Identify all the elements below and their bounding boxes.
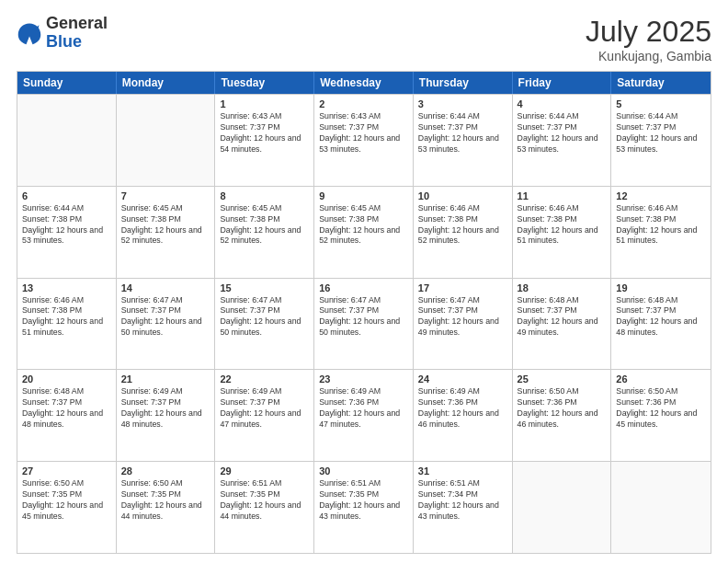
day-header-friday: Friday	[513, 72, 612, 94]
day-header-sunday: Sunday	[17, 72, 117, 94]
calendar-day-25: 25Sunrise: 6:50 AM Sunset: 7:36 PM Dayli…	[513, 370, 612, 461]
calendar-header: SundayMondayTuesdayWednesdayThursdayFrid…	[17, 72, 711, 94]
day-header-tuesday: Tuesday	[215, 72, 314, 94]
day-number: 7	[121, 190, 210, 201]
cell-sun-info: Sunrise: 6:51 AM Sunset: 7:34 PM Dayligh…	[418, 478, 507, 523]
day-header-saturday: Saturday	[611, 72, 711, 94]
calendar-day-20: 20Sunrise: 6:48 AM Sunset: 7:37 PM Dayli…	[17, 370, 117, 461]
day-number: 24	[418, 373, 507, 385]
cell-sun-info: Sunrise: 6:51 AM Sunset: 7:35 PM Dayligh…	[319, 478, 408, 523]
day-number: 29	[220, 465, 309, 477]
day-number: 12	[616, 190, 706, 201]
calendar-day-31: 31Sunrise: 6:51 AM Sunset: 7:34 PM Dayli…	[414, 462, 513, 553]
logo-icon	[17, 20, 42, 46]
day-number: 23	[319, 373, 408, 385]
day-number: 5	[616, 98, 706, 109]
calendar-empty-cell	[117, 95, 216, 186]
day-number: 2	[319, 98, 408, 109]
calendar-week-4: 20Sunrise: 6:48 AM Sunset: 7:37 PM Dayli…	[17, 369, 711, 461]
calendar-day-18: 18Sunrise: 6:48 AM Sunset: 7:37 PM Dayli…	[513, 279, 612, 370]
day-number: 18	[518, 282, 607, 293]
location: Kunkujang, Gambia	[586, 49, 711, 63]
day-number: 16	[319, 282, 408, 293]
calendar-day-15: 15Sunrise: 6:47 AM Sunset: 7:37 PM Dayli…	[215, 279, 314, 370]
day-number: 13	[22, 282, 111, 293]
calendar-day-28: 28Sunrise: 6:50 AM Sunset: 7:35 PM Dayli…	[117, 462, 216, 553]
cell-sun-info: Sunrise: 6:46 AM Sunset: 7:38 PM Dayligh…	[418, 203, 507, 247]
calendar-day-23: 23Sunrise: 6:49 AM Sunset: 7:36 PM Dayli…	[314, 370, 414, 461]
cell-sun-info: Sunrise: 6:46 AM Sunset: 7:38 PM Dayligh…	[22, 295, 111, 339]
day-number: 1	[220, 98, 309, 109]
cell-sun-info: Sunrise: 6:46 AM Sunset: 7:38 PM Dayligh…	[616, 203, 706, 247]
cell-sun-info: Sunrise: 6:46 AM Sunset: 7:38 PM Dayligh…	[518, 203, 607, 247]
calendar-day-17: 17Sunrise: 6:47 AM Sunset: 7:37 PM Dayli…	[414, 279, 513, 370]
day-number: 21	[121, 373, 210, 385]
cell-sun-info: Sunrise: 6:47 AM Sunset: 7:37 PM Dayligh…	[220, 295, 309, 339]
cell-sun-info: Sunrise: 6:45 AM Sunset: 7:38 PM Dayligh…	[220, 203, 309, 247]
calendar-day-8: 8Sunrise: 6:45 AM Sunset: 7:38 PM Daylig…	[215, 187, 314, 278]
calendar-day-10: 10Sunrise: 6:46 AM Sunset: 7:38 PM Dayli…	[414, 187, 513, 278]
day-number: 30	[319, 465, 408, 477]
cell-sun-info: Sunrise: 6:47 AM Sunset: 7:37 PM Dayligh…	[418, 295, 507, 339]
logo-text: General Blue	[46, 15, 108, 52]
calendar-day-9: 9Sunrise: 6:45 AM Sunset: 7:38 PM Daylig…	[314, 187, 414, 278]
day-number: 14	[121, 282, 210, 293]
calendar-day-29: 29Sunrise: 6:51 AM Sunset: 7:35 PM Dayli…	[215, 462, 314, 553]
cell-sun-info: Sunrise: 6:45 AM Sunset: 7:38 PM Dayligh…	[121, 203, 210, 247]
cell-sun-info: Sunrise: 6:44 AM Sunset: 7:37 PM Dayligh…	[616, 111, 706, 155]
cell-sun-info: Sunrise: 6:50 AM Sunset: 7:36 PM Dayligh…	[518, 386, 607, 431]
header: General Blue July 2025 Kunkujang, Gambia	[17, 15, 711, 63]
calendar: SundayMondayTuesdayWednesdayThursdayFrid…	[17, 71, 711, 554]
calendar-day-27: 27Sunrise: 6:50 AM Sunset: 7:35 PM Dayli…	[17, 462, 117, 553]
day-number: 3	[418, 98, 507, 109]
calendar-day-12: 12Sunrise: 6:46 AM Sunset: 7:38 PM Dayli…	[611, 187, 711, 278]
calendar-day-24: 24Sunrise: 6:49 AM Sunset: 7:36 PM Dayli…	[414, 370, 513, 461]
cell-sun-info: Sunrise: 6:48 AM Sunset: 7:37 PM Dayligh…	[616, 295, 706, 339]
cell-sun-info: Sunrise: 6:45 AM Sunset: 7:38 PM Dayligh…	[319, 203, 408, 247]
day-number: 27	[22, 465, 111, 477]
day-header-monday: Monday	[117, 72, 216, 94]
cell-sun-info: Sunrise: 6:47 AM Sunset: 7:37 PM Dayligh…	[319, 295, 408, 339]
calendar-week-5: 27Sunrise: 6:50 AM Sunset: 7:35 PM Dayli…	[17, 461, 711, 553]
calendar-day-16: 16Sunrise: 6:47 AM Sunset: 7:37 PM Dayli…	[314, 279, 414, 370]
calendar-day-19: 19Sunrise: 6:48 AM Sunset: 7:37 PM Dayli…	[611, 279, 711, 370]
cell-sun-info: Sunrise: 6:43 AM Sunset: 7:37 PM Dayligh…	[220, 111, 309, 155]
cell-sun-info: Sunrise: 6:50 AM Sunset: 7:35 PM Dayligh…	[22, 478, 111, 523]
calendar-week-1: 1Sunrise: 6:43 AM Sunset: 7:37 PM Daylig…	[17, 94, 711, 186]
calendar-empty-cell	[611, 462, 711, 553]
day-number: 15	[220, 282, 309, 293]
calendar-day-4: 4Sunrise: 6:44 AM Sunset: 7:37 PM Daylig…	[513, 95, 612, 186]
day-number: 20	[22, 373, 111, 385]
cell-sun-info: Sunrise: 6:47 AM Sunset: 7:37 PM Dayligh…	[121, 295, 210, 339]
cell-sun-info: Sunrise: 6:49 AM Sunset: 7:37 PM Dayligh…	[220, 386, 309, 431]
calendar-day-2: 2Sunrise: 6:43 AM Sunset: 7:37 PM Daylig…	[314, 95, 414, 186]
logo: General Blue	[17, 15, 108, 52]
day-number: 22	[220, 373, 309, 385]
cell-sun-info: Sunrise: 6:48 AM Sunset: 7:37 PM Dayligh…	[22, 386, 111, 431]
cell-sun-info: Sunrise: 6:50 AM Sunset: 7:36 PM Dayligh…	[616, 386, 706, 431]
calendar-day-21: 21Sunrise: 6:49 AM Sunset: 7:37 PM Dayli…	[117, 370, 216, 461]
page: General Blue July 2025 Kunkujang, Gambia…	[0, 0, 728, 563]
day-number: 19	[616, 282, 706, 293]
day-number: 26	[616, 373, 706, 385]
calendar-day-22: 22Sunrise: 6:49 AM Sunset: 7:37 PM Dayli…	[215, 370, 314, 461]
cell-sun-info: Sunrise: 6:44 AM Sunset: 7:38 PM Dayligh…	[22, 203, 111, 247]
calendar-day-1: 1Sunrise: 6:43 AM Sunset: 7:37 PM Daylig…	[215, 95, 314, 186]
cell-sun-info: Sunrise: 6:44 AM Sunset: 7:37 PM Dayligh…	[418, 111, 507, 155]
calendar-empty-cell	[513, 462, 612, 553]
cell-sun-info: Sunrise: 6:51 AM Sunset: 7:35 PM Dayligh…	[220, 478, 309, 523]
calendar-day-3: 3Sunrise: 6:44 AM Sunset: 7:37 PM Daylig…	[414, 95, 513, 186]
calendar-body: 1Sunrise: 6:43 AM Sunset: 7:37 PM Daylig…	[17, 94, 711, 553]
cell-sun-info: Sunrise: 6:43 AM Sunset: 7:37 PM Dayligh…	[319, 111, 408, 155]
day-header-thursday: Thursday	[414, 72, 513, 94]
title-block: July 2025 Kunkujang, Gambia	[586, 15, 711, 63]
day-number: 17	[418, 282, 507, 293]
cell-sun-info: Sunrise: 6:49 AM Sunset: 7:36 PM Dayligh…	[418, 386, 507, 431]
calendar-day-26: 26Sunrise: 6:50 AM Sunset: 7:36 PM Dayli…	[611, 370, 711, 461]
day-number: 11	[518, 190, 607, 201]
calendar-week-2: 6Sunrise: 6:44 AM Sunset: 7:38 PM Daylig…	[17, 186, 711, 278]
calendar-week-3: 13Sunrise: 6:46 AM Sunset: 7:38 PM Dayli…	[17, 278, 711, 370]
cell-sun-info: Sunrise: 6:44 AM Sunset: 7:37 PM Dayligh…	[518, 111, 607, 155]
cell-sun-info: Sunrise: 6:49 AM Sunset: 7:37 PM Dayligh…	[121, 386, 210, 431]
cell-sun-info: Sunrise: 6:49 AM Sunset: 7:36 PM Dayligh…	[319, 386, 408, 431]
